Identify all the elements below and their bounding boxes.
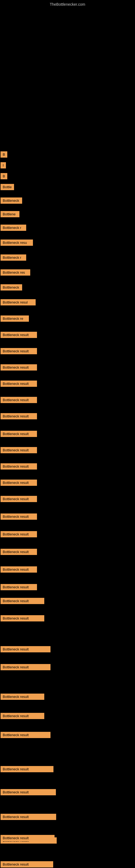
bottleneck-item-17: Bottleneck result — [1, 380, 37, 387]
bottleneck-item-18: Bottleneck result — [1, 397, 37, 403]
bottleneck-item-8: Bottleneck resu — [1, 240, 33, 246]
bottleneck-item-24: Bottleneck result — [1, 496, 37, 502]
bottleneck-item-2: I — [1, 162, 6, 168]
bottleneck-item-29: Bottleneck result — [1, 584, 37, 590]
bottleneck-item-16: Bottleneck result — [1, 364, 37, 371]
bottleneck-item-1: B — [1, 151, 7, 158]
bottleneck-item-20: Bottleneck result — [1, 431, 37, 437]
bottleneck-item-37: Bottleneck result — [1, 766, 53, 772]
bottleneck-item-26: Bottleneck result — [1, 531, 37, 537]
bottleneck-item-11: Bottleneck — [1, 284, 22, 290]
bottleneck-item-30: Bottleneck result — [1, 598, 44, 604]
bottleneck-item-5: Bottleneck — [1, 197, 22, 204]
bottleneck-item-12: Bottleneck resul — [1, 299, 36, 305]
bottleneck-item-14: Bottleneck result — [1, 332, 37, 338]
site-title: TheBottlenecker.com — [0, 0, 135, 8]
bottleneck-item-35: Bottleneck result — [1, 713, 44, 719]
bottleneck-item-36: Bottleneck result — [1, 732, 50, 738]
bottleneck-item-23: Bottleneck result — [1, 479, 37, 486]
bottleneck-item-9: Bottleneck r — [1, 254, 26, 261]
bottleneck-item-10: Bottleneck res — [1, 269, 30, 276]
bottleneck-item-13: Bottleneck re — [1, 315, 29, 322]
bottleneck-item-15: Bottleneck result — [1, 348, 37, 354]
bottleneck-item-27: Bottleneck result — [1, 549, 37, 555]
bottleneck-item-19: Bottleneck result — [1, 413, 37, 420]
bottleneck-item-39: Bottleneck result — [1, 814, 56, 820]
bottleneck-item-41: Bottleneck result — [1, 861, 53, 867]
bottleneck-item-31: Bottleneck result — [1, 615, 44, 621]
bottleneck-item-38: Bottleneck result — [1, 789, 56, 795]
bottleneck-item-33: Bottleneck result — [1, 664, 50, 670]
bottleneck-item-7: Bottleneck r — [1, 225, 26, 231]
bottleneck-item-4: Bottle — [1, 184, 14, 190]
bottleneck-item-3: B — [1, 173, 7, 179]
bottleneck-item-6: Bottlene — [1, 211, 19, 217]
bottleneck-item-42: Bottleneck result — [1, 835, 54, 841]
bottleneck-item-34: Bottleneck result — [1, 693, 44, 700]
bottleneck-item-28: Bottleneck result — [1, 566, 37, 572]
bottleneck-item-22: Bottleneck result — [1, 463, 37, 469]
bottleneck-item-25: Bottleneck result — [1, 514, 37, 520]
bottleneck-item-32: Bottleneck result — [1, 646, 50, 652]
bottleneck-item-21: Bottleneck result — [1, 447, 37, 453]
